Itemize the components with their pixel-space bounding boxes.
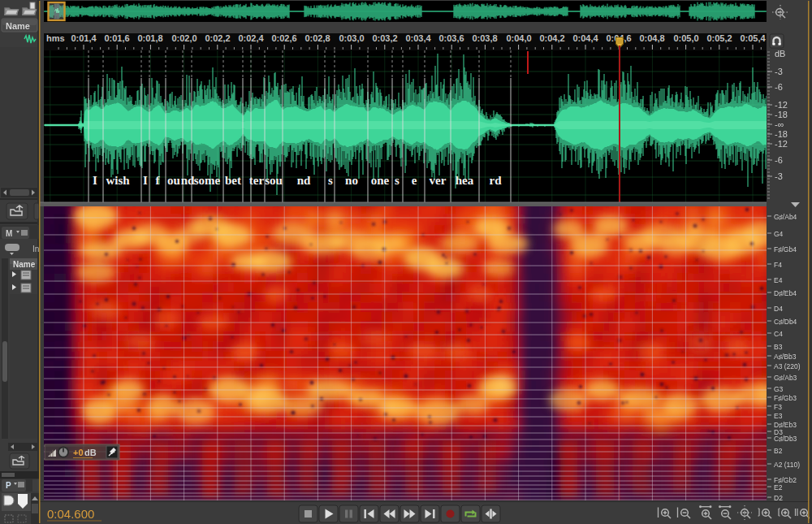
svg-text:M: M [6, 229, 12, 238]
svg-text:no: no [345, 174, 358, 187]
svg-text:wish: wish [106, 174, 130, 187]
svg-text:bet: bet [225, 174, 241, 187]
svg-text:0:04,2: 0:04,2 [539, 33, 564, 43]
svg-text:0:02,0: 0:02,0 [171, 33, 197, 43]
svg-text:0:03,4: 0:03,4 [405, 33, 431, 43]
svg-text:G4: G4 [774, 230, 784, 238]
svg-text:Name: Name [13, 260, 36, 269]
svg-text:ter: ter [249, 174, 265, 187]
svg-text:D2: D2 [774, 494, 783, 502]
svg-text:0:03,6: 0:03,6 [438, 33, 464, 43]
svg-text:D♯/Eb4: D♯/Eb4 [774, 289, 797, 297]
svg-text:-∞: -∞ [775, 119, 784, 129]
svg-text:0:04,8: 0:04,8 [639, 33, 664, 43]
svg-text:0:04,4: 0:04,4 [572, 33, 598, 43]
svg-text:ou: ou [167, 174, 180, 187]
svg-text:0:01,6: 0:01,6 [104, 33, 129, 43]
svg-text:dB: dB [775, 49, 785, 58]
svg-text:e: e [412, 174, 417, 187]
svg-text:C4: C4 [774, 330, 783, 338]
svg-text:Name: Name [6, 21, 30, 31]
svg-text:0:01,8: 0:01,8 [137, 33, 162, 43]
svg-text:hms: hms [46, 33, 65, 43]
svg-text:E3: E3 [774, 412, 783, 420]
svg-text:0:03,0: 0:03,0 [339, 33, 364, 43]
svg-text:F3: F3 [774, 403, 782, 411]
svg-text:0:05,4: 0:05,4 [740, 33, 766, 43]
svg-text:0:02,6: 0:02,6 [271, 33, 296, 43]
svg-text:A3 (220): A3 (220) [774, 362, 801, 370]
svg-text:0:02,4: 0:02,4 [238, 33, 264, 43]
svg-text:I: I [93, 174, 97, 187]
svg-text:E4: E4 [774, 276, 783, 284]
svg-text:G3: G3 [774, 385, 784, 393]
svg-text:0:04.600: 0:04.600 [47, 507, 94, 521]
svg-text:-6: -6 [775, 82, 783, 92]
svg-text:C♯/Db3: C♯/Db3 [774, 435, 797, 443]
svg-text:s: s [328, 174, 333, 187]
svg-text:0:05,2: 0:05,2 [706, 33, 732, 43]
svg-text:A♯/Bb3: A♯/Bb3 [774, 353, 797, 361]
svg-text:-18: -18 [775, 129, 788, 139]
svg-text:+0: +0 [73, 448, 84, 457]
svg-text:nd: nd [181, 174, 195, 187]
svg-text:-6: -6 [775, 155, 783, 165]
svg-text:-12: -12 [775, 139, 788, 149]
svg-text:B3: B3 [774, 343, 783, 351]
svg-text:B2: B2 [774, 447, 783, 455]
svg-text:rd: rd [490, 174, 503, 187]
svg-text:0:04,0: 0:04,0 [506, 33, 531, 43]
svg-text:A2 (110): A2 (110) [774, 461, 800, 469]
svg-text:D4: D4 [774, 305, 783, 313]
svg-text:E2: E2 [774, 483, 783, 492]
svg-text:some: some [194, 174, 221, 187]
svg-text:C♯/Db4: C♯/Db4 [774, 318, 797, 326]
svg-text:0:05,0: 0:05,0 [673, 33, 698, 43]
svg-text:P: P [6, 481, 11, 490]
svg-text:sou: sou [265, 174, 283, 187]
svg-text:F♯/Gb4: F♯/Gb4 [774, 245, 797, 253]
svg-text:-3: -3 [775, 171, 783, 181]
svg-text:-3: -3 [775, 67, 783, 76]
svg-text:nd: nd [297, 174, 311, 187]
svg-text:-18: -18 [775, 110, 788, 119]
svg-text:0:02,8: 0:02,8 [304, 33, 330, 43]
svg-text:0:01,4: 0:01,4 [71, 33, 97, 43]
svg-text:F♯/Gb3: F♯/Gb3 [774, 394, 797, 402]
svg-text:0:02,2: 0:02,2 [205, 33, 230, 43]
svg-text:ver: ver [430, 174, 447, 187]
svg-text:hea: hea [456, 174, 474, 187]
svg-text:F4: F4 [774, 261, 782, 269]
svg-text:one: one [371, 174, 390, 187]
svg-text:s: s [395, 174, 400, 187]
svg-text:I: I [143, 174, 148, 187]
svg-text:0:03,8: 0:03,8 [472, 33, 497, 43]
svg-text:In: In [32, 245, 39, 253]
svg-text:G♯/Ab3: G♯/Ab3 [774, 374, 797, 382]
svg-text:0:03,2: 0:03,2 [372, 33, 397, 43]
svg-text:dB: dB [84, 448, 97, 457]
svg-text:G♯/Ab4: G♯/Ab4 [774, 213, 797, 221]
svg-text:-12: -12 [775, 100, 788, 110]
